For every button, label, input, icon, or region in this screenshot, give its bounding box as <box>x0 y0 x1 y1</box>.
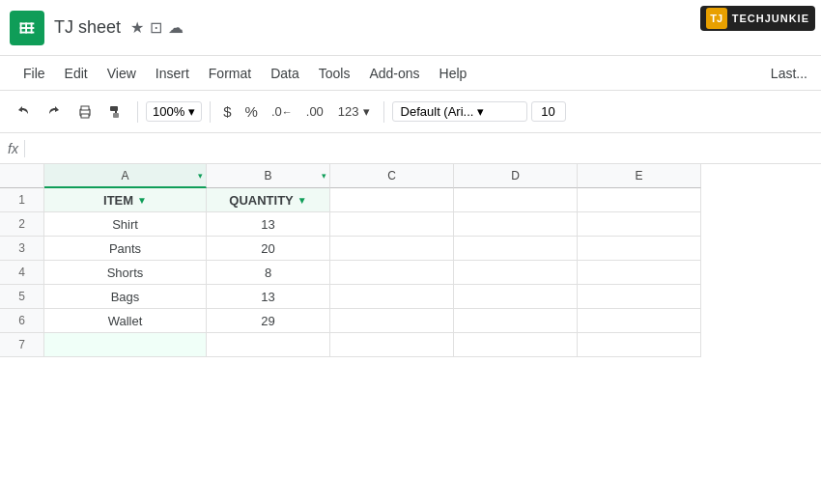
cell-c7[interactable] <box>330 333 454 357</box>
font-selector[interactable]: Default (Ari... ▾ <box>392 101 527 122</box>
cell-d6[interactable] <box>454 309 578 333</box>
cell-e2[interactable] <box>578 212 701 237</box>
cell-d4[interactable] <box>454 261 578 285</box>
decimal-decrease[interactable]: .0 ← <box>267 102 297 121</box>
cell-b3[interactable]: 20 <box>207 237 330 261</box>
menu-file[interactable]: File <box>14 62 55 85</box>
star-icon[interactable]: ★ <box>130 18 144 37</box>
cloud-icon[interactable]: ☁ <box>168 18 184 37</box>
font-name: Default (Ari... <box>401 104 474 119</box>
cell-b2[interactable]: 13 <box>207 212 330 237</box>
num-format-selector[interactable]: 123 ▾ <box>332 102 376 121</box>
row-num-1: 1 <box>0 188 44 212</box>
col-header-c[interactable]: C <box>330 164 454 188</box>
col-header-d[interactable]: D <box>454 164 578 188</box>
cell-a7[interactable] <box>44 333 207 357</box>
undo-button[interactable] <box>10 98 37 126</box>
cell-c6[interactable] <box>330 309 454 333</box>
decimal-left-arrow: ← <box>282 106 293 118</box>
cell-a1[interactable]: ITEM ▼ <box>44 188 207 212</box>
menu-tools[interactable]: Tools <box>309 62 360 85</box>
decimal-dot-zero: .0 <box>271 104 282 119</box>
cell-c5[interactable] <box>330 285 454 309</box>
doc-title[interactable]: TJ sheet <box>54 17 121 38</box>
zoom-selector[interactable]: 100% ▾ <box>146 101 202 122</box>
menu-view[interactable]: View <box>98 62 146 85</box>
font-arrow: ▾ <box>477 104 484 119</box>
print-button[interactable] <box>71 98 99 126</box>
cell-a4[interactable]: Shorts <box>44 261 207 285</box>
cell-d1[interactable] <box>454 188 578 212</box>
data-row-6: 6 Wallet 29 <box>0 309 821 333</box>
svg-rect-12 <box>113 113 119 118</box>
redo-button[interactable] <box>41 98 68 126</box>
menu-last[interactable]: Last... <box>771 66 807 81</box>
menu-format[interactable]: Format <box>199 62 261 85</box>
cell-e7[interactable] <box>578 333 701 357</box>
cell-a2[interactable]: Shirt <box>44 212 207 237</box>
cell-d3[interactable] <box>454 237 578 261</box>
format-paint-button[interactable] <box>102 98 129 126</box>
sheet-container: A ▾ B ▾ C D E 1 ITEM ▼ QUANTITY ▼ <box>0 164 821 504</box>
separator-2 <box>210 101 211 123</box>
row-num-2: 2 <box>0 212 44 237</box>
decimal-increase[interactable]: .00 <box>301 102 328 121</box>
cell-e4[interactable] <box>578 261 701 285</box>
logo-text: TECHJUNKIE <box>732 13 809 24</box>
cell-b7[interactable] <box>207 333 330 357</box>
cell-e3[interactable] <box>578 237 701 261</box>
col-header-b[interactable]: B ▾ <box>207 164 330 188</box>
formula-bar: fx <box>0 133 821 164</box>
filter-icon-b1[interactable]: ▼ <box>297 195 307 206</box>
data-row-7: 7 <box>0 333 821 357</box>
menu-insert[interactable]: Insert <box>146 62 199 85</box>
cell-e6[interactable] <box>578 309 701 333</box>
col-header-e[interactable]: E <box>578 164 701 188</box>
formula-input[interactable] <box>31 141 813 156</box>
num-format-arrow: ▾ <box>363 104 370 119</box>
data-row-2: 2 Shirt 13 <box>0 212 821 237</box>
cell-b5[interactable]: 13 <box>207 285 330 309</box>
cell-b6[interactable]: 29 <box>207 309 330 333</box>
cell-a5[interactable]: Bags <box>44 285 207 309</box>
logo-tj-icon: TJ <box>706 8 727 29</box>
fx-label: fx <box>8 141 18 156</box>
decimal-dot-zero-zero: .00 <box>306 104 324 119</box>
cell-c3[interactable] <box>330 237 454 261</box>
cell-e5[interactable] <box>578 285 701 309</box>
cell-d2[interactable] <box>454 212 578 237</box>
cell-e1[interactable] <box>578 188 701 212</box>
menu-edit[interactable]: Edit <box>55 62 98 85</box>
separator-3 <box>383 101 384 123</box>
app-icon <box>10 11 44 45</box>
cell-d7[interactable] <box>454 333 578 357</box>
menu-help[interactable]: Help <box>430 62 477 85</box>
folder-icon[interactable]: ⊡ <box>150 18 162 37</box>
cell-a6[interactable]: Wallet <box>44 309 207 333</box>
font-size-input[interactable] <box>531 101 566 122</box>
zoom-arrow: ▾ <box>188 104 195 119</box>
svg-rect-9 <box>81 114 89 118</box>
col-header-row: A ▾ B ▾ C D E <box>0 164 821 188</box>
svg-rect-6 <box>31 22 33 33</box>
cell-c2[interactable] <box>330 212 454 237</box>
cell-a3[interactable]: Pants <box>44 237 207 261</box>
col-header-a[interactable]: A ▾ <box>44 164 207 188</box>
currency-button[interactable]: $ <box>218 101 236 122</box>
cell-b4[interactable]: 8 <box>207 261 330 285</box>
svg-rect-5 <box>25 22 27 33</box>
cell-c4[interactable] <box>330 261 454 285</box>
zoom-value: 100% <box>153 104 184 119</box>
cell-c1[interactable] <box>330 188 454 212</box>
row-num-5: 5 <box>0 285 44 309</box>
num-format-label: 123 <box>338 104 359 119</box>
cell-b1[interactable]: QUANTITY ▼ <box>207 188 330 212</box>
data-row-3: 3 Pants 20 <box>0 237 821 261</box>
top-bar: TJ sheet ★ ⊡ ☁ <box>0 0 821 56</box>
cell-d5[interactable] <box>454 285 578 309</box>
row-num-3: 3 <box>0 237 44 261</box>
menu-addons[interactable]: Add-ons <box>359 62 429 85</box>
percent-button[interactable]: % <box>241 101 263 122</box>
menu-data[interactable]: Data <box>261 62 309 85</box>
filter-icon-a1[interactable]: ▼ <box>137 195 147 206</box>
